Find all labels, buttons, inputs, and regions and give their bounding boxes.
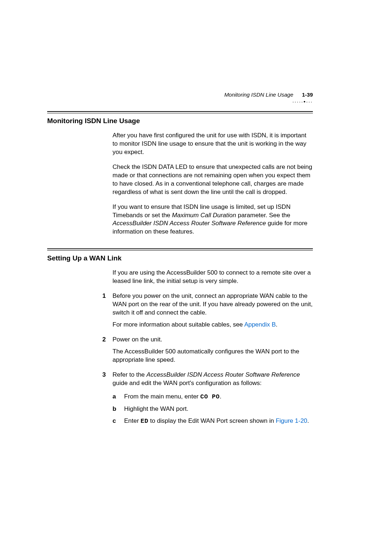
page-number: 1-39 xyxy=(302,92,313,98)
emphasis: AccessBuilder ISDN Access Router Softwar… xyxy=(147,371,300,378)
emphasis: AccessBuilder ISDN Access Router Softwar… xyxy=(113,220,266,227)
section-rule xyxy=(47,111,313,113)
section-heading-monitoring: Monitoring ISDN Line Usage xyxy=(47,117,313,125)
text: . xyxy=(276,321,278,328)
text: Refer to the xyxy=(113,371,147,378)
text: For more information about suitable cabl… xyxy=(113,321,244,328)
text: . xyxy=(307,417,309,424)
emphasis: Maximum Call Duration xyxy=(172,212,236,219)
step-text: Refer to the AccessBuilder ISDN Access R… xyxy=(113,371,300,386)
section-heading-wan: Setting Up a WAN Link xyxy=(47,254,313,262)
sub-step-letter: b xyxy=(113,405,116,413)
ordered-step: 2 Power on the unit. The AccessBuilder 5… xyxy=(113,336,313,364)
text: to display the Edit WAN Port screen show… xyxy=(148,417,276,424)
sub-step: b Highlight the WAN port. xyxy=(113,405,313,413)
text: . xyxy=(220,393,221,400)
running-title: Monitoring ISDN Line Usage xyxy=(224,92,293,98)
paragraph: If you want to ensure that ISDN line usa… xyxy=(113,203,313,236)
page-content: Monitoring ISDN Line Usage After you hav… xyxy=(0,0,392,425)
code: CO PO xyxy=(200,393,220,400)
paragraph: After you have first configured the unit… xyxy=(113,131,313,157)
step-number: 3 xyxy=(102,371,106,379)
section-rule xyxy=(47,248,313,251)
sub-step: a From the main menu, enter CO PO. xyxy=(113,393,313,401)
ordered-step: 3 Refer to the AccessBuilder ISDN Access… xyxy=(113,371,313,426)
text: guide and edit the WAN port's configurat… xyxy=(113,380,262,386)
paragraph: For more information about suitable cabl… xyxy=(113,321,313,329)
step-text: Before you power on the unit, connect an… xyxy=(113,292,313,316)
link-appendix-b[interactable]: Appendix B xyxy=(244,321,276,328)
section2-body: If you are using the AccessBuilder 500 t… xyxy=(113,269,313,425)
running-header: Monitoring ISDN Line Usage 1-39 xyxy=(219,92,313,98)
text: parameter. See the xyxy=(236,212,290,219)
text: From the main menu, enter xyxy=(124,393,200,400)
paragraph: Check the ISDN DATA LED to ensure that u… xyxy=(113,163,313,197)
code: ED xyxy=(140,418,148,425)
sub-list: a From the main menu, enter CO PO. b Hig… xyxy=(113,393,313,426)
link-figure-1-20[interactable]: Figure 1-20 xyxy=(276,417,307,424)
sub-step-letter: c xyxy=(113,417,116,425)
text: Enter xyxy=(124,417,140,424)
page-header: Monitoring ISDN Line Usage 1-39 ·····•··… xyxy=(219,92,313,105)
dots-decoration-icon: ·····•··· xyxy=(219,98,313,105)
step-text: Power on the unit. xyxy=(113,336,162,343)
section1-body: After you have first configured the unit… xyxy=(113,131,313,236)
step-number: 2 xyxy=(102,336,106,344)
text: Highlight the WAN port. xyxy=(124,405,188,412)
paragraph: The AccessBuilder 500 automatically conf… xyxy=(113,348,313,364)
sub-step: c Enter ED to display the Edit WAN Port … xyxy=(113,417,313,426)
sub-step-letter: a xyxy=(113,393,116,401)
ordered-step: 1 Before you power on the unit, connect … xyxy=(113,292,313,329)
paragraph: If you are using the AccessBuilder 500 t… xyxy=(113,269,313,285)
step-number: 1 xyxy=(102,292,106,300)
